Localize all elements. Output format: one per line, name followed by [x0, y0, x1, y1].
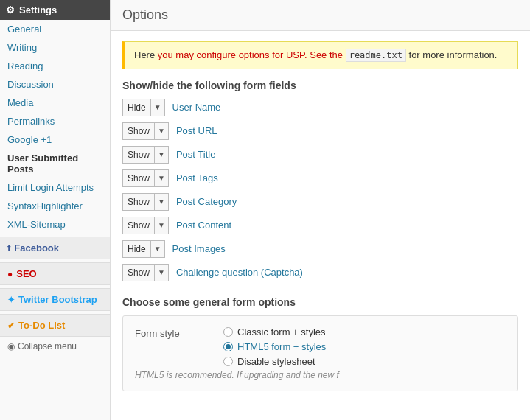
dropdown-captcha[interactable]: Show▼ — [122, 264, 169, 281]
sidebar: ⚙ Settings General Writing Reading Discu… — [0, 0, 111, 420]
sidebar-item-syntax[interactable]: SyntaxHighlighter — [0, 197, 110, 215]
page-title: Options — [111, 0, 530, 31]
form-row-username: Hide▼User Name — [122, 99, 518, 116]
info-highlight: you may configure options for USP. See t… — [158, 49, 346, 60]
radio-options: Classic form + styles HTML5 form + style… — [223, 326, 326, 367]
form-row-postcontent: Show▼Post Content — [122, 217, 518, 234]
sidebar-group-todo: ✔ To-Do List — [0, 314, 110, 337]
dropdown-arrow-postcategory: ▼ — [154, 194, 168, 210]
todo-icon: ✔ — [7, 321, 15, 331]
form-row-posturl: Show▼Post URL — [122, 122, 518, 140]
form-row-postimages: Hide▼Post Images — [122, 240, 518, 258]
facebook-icon: f — [7, 242, 10, 253]
sidebar-item-permalinks[interactable]: Permalinks — [0, 112, 110, 130]
radio-classic[interactable]: Classic form + styles — [223, 326, 326, 337]
radio-html5-label: HTML5 form + styles — [237, 341, 326, 352]
field-label-posturl: Post URL — [176, 125, 217, 136]
sidebar-item-discussion[interactable]: Discussion — [0, 75, 110, 94]
radio-classic-label: Classic form + styles — [237, 326, 326, 337]
dropdown-posttags[interactable]: Show▼ — [122, 169, 169, 187]
dropdown-postcontent[interactable]: Show▼ — [122, 217, 169, 234]
sidebar-group-seo: ● SEO — [0, 262, 110, 285]
general-options-title: Choose some general form options — [122, 296, 518, 308]
radio-html5-circle — [223, 342, 233, 351]
sidebar-title: Settings — [19, 4, 57, 15]
dropdown-value-postcategory: Show — [123, 197, 154, 207]
dropdown-posttitle[interactable]: Show▼ — [122, 146, 169, 164]
dropdown-arrow-posttags: ▼ — [154, 170, 168, 186]
dropdown-value-posturl: Show — [123, 126, 154, 136]
sidebar-group-facebook: f Facebook — [0, 237, 110, 259]
dropdown-value-posttags: Show — [123, 173, 154, 183]
info-bar: Here you may configure options for USP. … — [122, 41, 518, 69]
sidebar-item-limit-login[interactable]: Limit Login Attempts — [0, 178, 110, 197]
sidebar-group-twitter: ✦ Twitter Bootstrap — [0, 288, 110, 311]
form-style-label: Form style — [135, 326, 209, 339]
radio-classic-circle — [223, 327, 233, 337]
dropdown-arrow-posttitle: ▼ — [154, 147, 168, 163]
radio-disable[interactable]: Disable stylesheet — [223, 356, 326, 367]
radio-disable-circle — [223, 357, 233, 366]
form-row-posttitle: Show▼Post Title — [122, 146, 518, 164]
field-label-postcategory: Post Category — [176, 196, 237, 207]
options-body: Here you may configure options for USP. … — [111, 31, 530, 402]
sidebar-item-reading[interactable]: Reading — [0, 57, 110, 75]
dropdown-value-posttitle: Show — [123, 150, 154, 160]
field-label-posttitle: Post Title — [176, 149, 215, 160]
sidebar-twitter-header[interactable]: ✦ Twitter Bootstrap — [0, 289, 110, 310]
form-row-postcategory: Show▼Post Category — [122, 193, 518, 211]
dropdown-postimages[interactable]: Hide▼ — [122, 240, 165, 258]
field-label-postcontent: Post Content — [176, 220, 231, 231]
dropdown-value-captcha: Show — [123, 267, 154, 278]
dropdown-value-postimages: Hide — [123, 244, 150, 254]
field-label-postimages: Post Images — [172, 243, 226, 254]
bottom-note: HTML5 is recommended. If upgrading and t… — [135, 370, 506, 380]
form-row-captcha: Show▼Challenge question (Captcha) — [122, 264, 518, 281]
main-content: Options Here you may configure options f… — [111, 0, 530, 420]
twitter-icon: ✦ — [7, 295, 15, 305]
form-style-row: Form style Classic form + styles HTML5 f… — [135, 326, 506, 367]
dropdown-arrow-postcontent: ▼ — [154, 217, 168, 234]
sidebar-todo-label: To-Do List — [18, 320, 65, 331]
gear-icon: ⚙ — [6, 4, 15, 15]
dropdown-username[interactable]: Hide▼ — [122, 99, 165, 116]
general-options-section: Choose some general form options Form st… — [122, 296, 518, 391]
collapse-menu[interactable]: ◉ Collapse menu — [0, 337, 110, 356]
form-row-posttags: Show▼Post Tags — [122, 169, 518, 187]
sidebar-item-media[interactable]: Media — [0, 94, 110, 112]
section-title: Show/hide the following form fields — [122, 80, 518, 91]
collapse-icon: ◉ — [7, 341, 15, 351]
sidebar-facebook-header[interactable]: f Facebook — [0, 237, 110, 259]
dropdown-arrow-posturl: ▼ — [154, 123, 168, 139]
sidebar-seo-header[interactable]: ● SEO — [0, 263, 110, 284]
sidebar-item-general[interactable]: General — [0, 20, 110, 38]
sidebar-todo-header[interactable]: ✔ To-Do List — [0, 315, 110, 336]
field-label-username: User Name — [172, 102, 221, 113]
dropdown-posturl[interactable]: Show▼ — [122, 122, 169, 140]
dropdown-value-postcontent: Show — [123, 220, 154, 231]
seo-icon: ● — [7, 269, 13, 279]
sidebar-item-usp[interactable]: User Submitted Posts — [0, 149, 110, 178]
sidebar-header: ⚙ Settings — [0, 0, 110, 20]
form-fields: Hide▼User NameShow▼Post URLShow▼Post Tit… — [122, 99, 518, 281]
field-label-posttags: Post Tags — [176, 172, 218, 183]
sidebar-item-google[interactable]: Google +1 — [0, 130, 110, 149]
sidebar-item-writing[interactable]: Writing — [0, 38, 110, 57]
sidebar-seo-label: SEO — [16, 268, 36, 279]
collapse-label: Collapse menu — [18, 341, 77, 351]
info-text-1: Here — [134, 49, 158, 60]
radio-disable-label: Disable stylesheet — [237, 356, 315, 367]
field-label-captcha: Challenge question (Captcha) — [176, 267, 303, 278]
sidebar-twitter-label: Twitter Bootstrap — [18, 294, 97, 305]
general-options-box: Form style Classic form + styles HTML5 f… — [122, 315, 518, 391]
info-text-3: for more information. — [406, 49, 498, 60]
dropdown-value-username: Hide — [123, 102, 150, 113]
dropdown-arrow-username: ▼ — [150, 99, 164, 116]
dropdown-arrow-captcha: ▼ — [154, 265, 168, 281]
sidebar-item-xml-sitemap[interactable]: XML-Sitemap — [0, 215, 110, 234]
radio-html5[interactable]: HTML5 form + styles — [223, 341, 326, 352]
sidebar-facebook-label: Facebook — [14, 242, 59, 253]
dropdown-arrow-postimages: ▼ — [150, 241, 164, 257]
dropdown-postcategory[interactable]: Show▼ — [122, 193, 169, 211]
info-code: readme.txt — [346, 49, 406, 62]
